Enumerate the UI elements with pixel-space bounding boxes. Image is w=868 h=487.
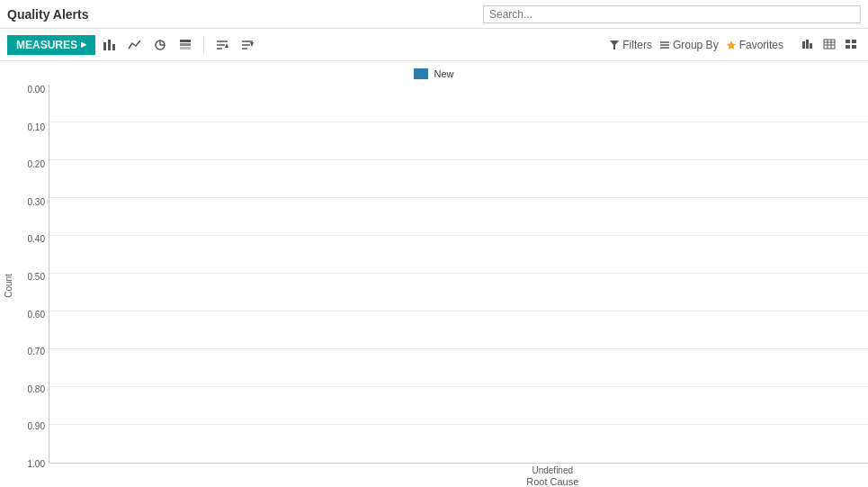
view-grid-button[interactable] (841, 36, 861, 54)
y-label-0.40: 0.40 (28, 234, 45, 244)
page-title: Quality Alerts (7, 7, 89, 22)
separator-1 (203, 36, 204, 54)
view-grid-icon (845, 39, 857, 50)
measures-button[interactable]: MEASURES (7, 35, 95, 55)
svg-marker-19 (727, 41, 736, 50)
pie-chart-icon-btn[interactable] (149, 37, 171, 53)
group-by-icon (659, 40, 670, 50)
y-label-1.00: 1.00 (28, 459, 45, 469)
y-axis-title: Count (4, 274, 13, 298)
view-icons (798, 36, 861, 54)
sort-desc-icon-btn[interactable] (237, 37, 258, 53)
svg-rect-30 (846, 45, 850, 49)
toolbar-right: Filters Group By Favorites (609, 36, 861, 54)
plot-wrapper: Undefined Root Cause (49, 85, 868, 487)
toolbar: MEASURES (0, 29, 868, 61)
x-axis-label: Root Cause (526, 476, 578, 487)
svg-rect-20 (802, 41, 805, 49)
y-label-0.10: 0.10 (28, 122, 45, 132)
grid-line-0.70 (49, 197, 868, 198)
y-label-0.60: 0.60 (28, 310, 45, 320)
grid-line-0.40 (49, 311, 868, 311)
filters-icon (609, 40, 620, 50)
chart-body: Count 1.00 0.90 0.80 0.70 0.60 0.50 0.40… (0, 85, 868, 487)
grid-line-0.10 (49, 424, 868, 425)
svg-rect-7 (180, 43, 191, 46)
grid-line-0.80 (49, 159, 868, 160)
svg-rect-31 (852, 45, 856, 49)
grid-line-0.90 (49, 122, 868, 122)
sort-asc-icon-btn[interactable] (211, 37, 233, 53)
legend-label: New (434, 68, 453, 79)
search-input[interactable] (483, 5, 861, 23)
sort-asc-icon (215, 39, 229, 51)
svg-rect-1 (108, 40, 111, 50)
pie-chart-icon (153, 39, 167, 51)
line-chart-icon-btn[interactable] (124, 37, 146, 53)
grid-line-0.20 (49, 386, 868, 387)
legend-color (414, 68, 428, 79)
svg-rect-6 (180, 40, 191, 42)
svg-rect-2 (112, 44, 115, 50)
line-chart-icon (128, 39, 142, 51)
y-label-0.20: 0.20 (28, 159, 45, 169)
stack-chart-icon-btn[interactable] (174, 37, 196, 53)
view-table-button[interactable] (819, 36, 839, 54)
filters-button[interactable]: Filters (609, 39, 652, 51)
svg-rect-8 (180, 47, 191, 50)
y-label-0.90: 0.90 (28, 421, 45, 431)
favorites-icon (726, 40, 737, 50)
x-axis-container: Undefined Root Cause (49, 464, 868, 487)
svg-rect-28 (846, 40, 850, 43)
y-label-0.00: 0.00 (28, 85, 45, 95)
svg-rect-29 (852, 40, 856, 43)
bar-chart-icon-btn[interactable] (99, 37, 121, 53)
svg-rect-22 (810, 43, 812, 49)
svg-rect-0 (103, 42, 106, 50)
view-bar-icon (801, 39, 814, 50)
y-label-0.30: 0.30 (28, 197, 45, 207)
stack-chart-icon (178, 39, 192, 51)
y-axis-title-container: Count (0, 85, 16, 487)
favorites-button[interactable]: Favorites (726, 39, 783, 51)
y-label-0.50: 0.50 (28, 272, 45, 282)
y-label-0.70: 0.70 (28, 347, 45, 356)
header: Quality Alerts (0, 0, 868, 29)
bar-chart-icon (103, 39, 117, 51)
svg-rect-21 (806, 40, 809, 49)
group-by-button[interactable]: Group By (659, 39, 719, 51)
y-label-0.80: 0.80 (28, 384, 45, 394)
sort-desc-icon (240, 39, 255, 51)
view-bar-button[interactable] (798, 36, 818, 54)
svg-marker-15 (610, 41, 619, 50)
plot-area (49, 85, 868, 464)
view-table-icon (823, 39, 836, 50)
x-axis-value: Undefined (532, 465, 573, 475)
chart-legend: New (0, 68, 868, 79)
svg-rect-23 (824, 40, 835, 49)
grid-line-0.30 (49, 348, 868, 349)
y-axis: 1.00 0.90 0.80 0.70 0.60 0.50 0.40 0.30 … (16, 85, 49, 487)
chart-container: New Count 1.00 0.90 0.80 0.70 0.60 0.50 … (0, 61, 868, 487)
grid-line-0.60 (49, 235, 868, 236)
grid-line-0.50 (49, 273, 868, 274)
